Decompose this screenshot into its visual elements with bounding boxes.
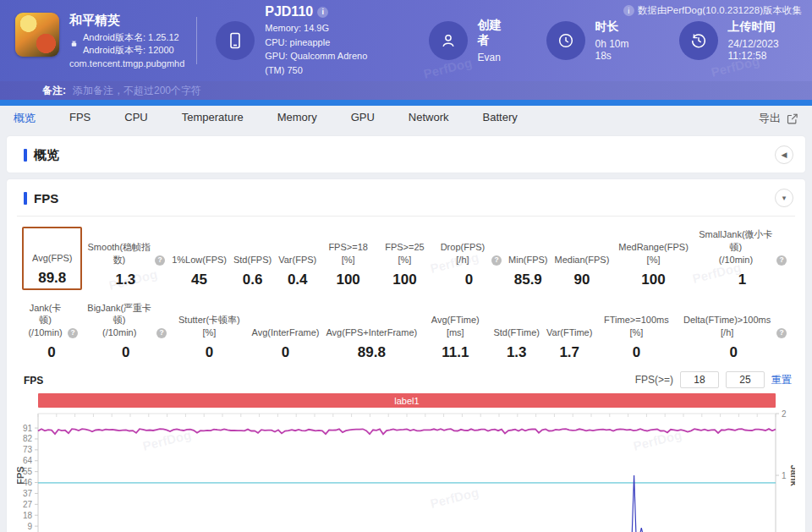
app-name: 和平精英 (69, 13, 184, 29)
fps-threshold-label: FPS(>=) (635, 374, 673, 386)
metric-label: SmallJank(微小卡顿) (/10min)? (698, 228, 787, 266)
metric-label: Var(FTime) (546, 302, 592, 340)
device-model: PJD110 (265, 4, 313, 19)
upload-time-block: 上传时间 24/12/2023 11:12:58 (679, 19, 802, 62)
metric-value: 11.1 (424, 344, 486, 361)
tab-fps[interactable]: FPS (69, 111, 91, 126)
fps-threshold-input-2[interactable] (726, 371, 765, 388)
metric-medrange-fps: MedRange(FPS)[%]100 (612, 227, 694, 290)
help-icon[interactable]: ? (155, 255, 165, 266)
header-divider (196, 17, 197, 64)
export-icon (786, 112, 798, 125)
tab-gpu[interactable]: GPU (351, 111, 375, 126)
duration-label: 时长 (595, 19, 635, 35)
metric-jank: Jank(卡顿) (/10min)?0 (22, 300, 81, 364)
metric-median-fps: Median(FPS)90 (551, 227, 613, 290)
device-info-icon[interactable]: i (317, 7, 328, 18)
duration-block: 时长 0h 10m 18s (546, 19, 635, 62)
export-button[interactable]: 导出 (759, 111, 798, 126)
tab-list: 概览FPSCPUTemperatureMemoryGPUNetworkBatte… (14, 111, 551, 126)
help-icon[interactable]: ? (68, 328, 78, 338)
metric-std-ftime: Std(FTime)1.3 (490, 300, 543, 364)
tab-battery[interactable]: Battery (483, 111, 518, 126)
metric-label: Stutter(卡顿率) [%] (173, 302, 244, 340)
reset-link[interactable]: 重置 (771, 373, 792, 387)
fps-chart[interactable]: 09182737465564738291012FPSJank00:0000:31… (17, 408, 795, 532)
metric-value: 0 (25, 344, 78, 361)
tab-network[interactable]: Network (409, 111, 449, 126)
metric-label: FPS>=18 [%] (323, 228, 373, 266)
overview-section: 概览 ◀ (7, 136, 805, 173)
metric-label: Smooth(稳帧指数)? (85, 228, 165, 266)
metric-label: Avg(FTime) [ms] (424, 302, 486, 340)
metric-value: 100 (380, 271, 430, 288)
metric-smalljank: SmallJank(微小卡顿) (/10min)?1 (694, 227, 790, 290)
creator-block: 创建者 Evan (429, 18, 502, 63)
page-content: 概览 ◀ PerfDog PerfDog PerfDog PerfDog Per… (0, 131, 812, 532)
svg-text:18: 18 (23, 511, 33, 520)
app-package: com.tencent.tmgp.pubgmhd (69, 58, 184, 69)
annotation-text: label1 (394, 396, 419, 406)
metric-avg-ftime: Avg(FTime) [ms]11.1 (420, 300, 490, 364)
metric-value: 1.7 (546, 344, 592, 361)
svg-text:9: 9 (27, 522, 32, 531)
fps-collapse-button[interactable]: ▾ (775, 189, 793, 207)
metric-label: Median(FPS) (555, 228, 610, 266)
overview-collapse-button[interactable]: ◀ (775, 145, 793, 164)
fps-title: FPS (24, 191, 58, 206)
help-icon[interactable]: ? (491, 255, 502, 266)
metric-smooth: Smooth(稳帧指数)?1.3 (82, 227, 168, 290)
tab-overview[interactable]: 概览 (14, 111, 36, 126)
svg-text:Jank: Jank (789, 465, 795, 487)
help-icon[interactable]: ? (776, 255, 787, 266)
game-app-icon (15, 13, 59, 57)
metric-delta-ftime: Delta(FTime)>100ms [/h]?0 (677, 300, 790, 364)
tab-temperature[interactable]: Temperature (182, 111, 244, 126)
app-version-code: Android版本号: 12000 (83, 44, 179, 57)
metric-min-fps: Min(FPS)85.9 (505, 227, 551, 290)
metric-value: 0 (173, 344, 244, 361)
device-cpu: CPU: pineapple (265, 36, 382, 50)
metric-value: 0.4 (278, 271, 316, 288)
fps-threshold-input-1[interactable] (680, 371, 719, 388)
fps-metrics-row-1: Avg(FPS)89.8Smooth(稳帧指数)?1.31%Low(FPS)45… (17, 217, 795, 290)
metric-fps-ge-18: FPS>=18 [%]100 (320, 227, 376, 290)
metric-value: 1 (698, 271, 787, 288)
tab-memory[interactable]: Memory (277, 111, 317, 126)
tab-cpu[interactable]: CPU (124, 111, 147, 126)
metric-stutter: Stutter(卡顿率) [%]0 (170, 300, 248, 364)
metric-label: Drop(FPS) [/h]? (436, 228, 502, 266)
tab-bar: 概览FPSCPUTemperatureMemoryGPUNetworkBatte… (0, 106, 812, 131)
history-clock-icon (679, 21, 718, 60)
metric-drop-fps: Drop(FPS) [/h]?0 (433, 227, 505, 290)
metric-value: 0 (680, 344, 787, 361)
svg-text:73: 73 (23, 445, 33, 454)
fps-chart-block: FPS FPS(>=) 重置 label1 091827374655647382… (17, 371, 795, 532)
metric-value: 100 (323, 271, 373, 288)
chart-annotation-label: label1 (38, 393, 776, 408)
metric-bigjank: BigJank(严重卡顿) (/10min)?0 (81, 300, 170, 364)
metric-value: 0.6 (233, 271, 272, 288)
svg-text:37: 37 (23, 489, 33, 498)
svg-text:27: 27 (23, 500, 33, 509)
overview-title: 概览 (24, 147, 59, 163)
upload-time-label: 上传时间 (728, 19, 802, 35)
metric-fps-ge-25: FPS>=25 [%]100 (376, 227, 433, 290)
metric-value: 85.9 (508, 271, 547, 288)
metric-ftime-ge-100: FTime>=100ms [%]0 (595, 300, 677, 364)
upload-time-value: 24/12/2023 11:12:58 (728, 38, 802, 62)
export-label: 导出 (759, 111, 781, 126)
creator-label: 创建者 (478, 18, 502, 48)
note-placeholder[interactable]: 添加备注，不超过200个字符 (73, 84, 201, 98)
fps-section: PerfDog PerfDog PerfDog PerfDog PerfDog … (7, 179, 805, 532)
svg-text:82: 82 (23, 435, 33, 444)
svg-text:1: 1 (782, 471, 787, 480)
help-icon[interactable]: ? (156, 328, 167, 338)
metric-value: 89.8 (32, 270, 72, 287)
metric-value: 1.3 (85, 271, 165, 288)
svg-text:2: 2 (782, 409, 787, 419)
help-icon[interactable]: ? (776, 328, 787, 338)
app-block: 和平精英 Android版本名: 1.25.12 Android版本号: 120… (15, 13, 184, 69)
svg-text:64: 64 (23, 456, 33, 465)
metric-std-fps: Std(FPS)0.6 (230, 227, 275, 290)
